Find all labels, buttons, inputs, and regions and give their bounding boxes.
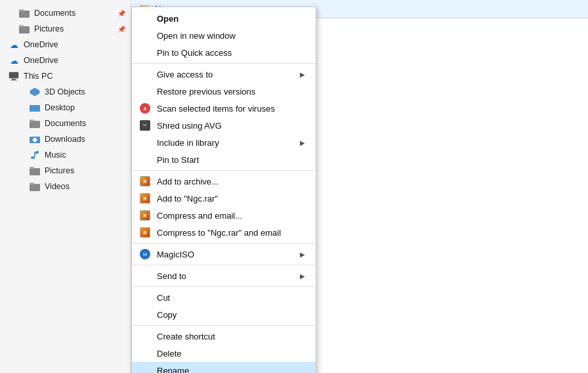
sidebar-item-pictures-pinned[interactable]: Pictures 📌 <box>0 21 131 37</box>
cm-cut-label: Cut <box>157 293 305 303</box>
cm-give-access[interactable]: Give access to ▶ <box>132 66 316 83</box>
cm-scan-avg[interactable]: A Scan selected items for viruses <box>132 100 316 117</box>
sidebar-item-downloads[interactable]: Downloads <box>0 131 131 147</box>
shred-icon: ✂ <box>138 120 152 131</box>
open-icon <box>138 12 152 24</box>
send-to-icon <box>138 270 152 282</box>
svg-rect-6 <box>10 80 17 81</box>
cm-pin-quick[interactable]: Pin to Quick access <box>132 44 316 61</box>
cm-ngcrar-label: Add to "Ngc.rar" <box>157 194 305 204</box>
cm-include-library[interactable]: Include in library ▶ <box>132 134 316 151</box>
svg-rect-5 <box>12 79 16 80</box>
sidebar-item-desktop[interactable]: Desktop <box>0 100 131 116</box>
give-access-icon <box>138 68 152 80</box>
cm-pin-start[interactable]: Pin to Start <box>132 151 316 168</box>
shortcut-icon <box>138 330 152 342</box>
sidebar-item-pictures[interactable]: Pictures <box>0 163 131 179</box>
cm-open-label: Open <box>157 14 305 24</box>
cm-restore-label: Restore previous versions <box>157 87 305 97</box>
downloads-icon <box>29 133 41 145</box>
cm-copy-label: Copy <box>157 310 305 320</box>
cm-magiciso[interactable]: M MagicISO ▶ <box>132 246 316 263</box>
cm-pin-quick-label: Pin to Quick access <box>157 48 305 58</box>
cloud-icon-2: ☁ <box>8 55 20 66</box>
magiciso-icon: M <box>138 248 152 260</box>
svg-rect-9 <box>30 121 40 128</box>
cm-open[interactable]: Open <box>132 10 316 27</box>
cm-rename[interactable]: Rename <box>132 362 316 373</box>
sidebar-item-videos[interactable]: Videos <box>0 179 131 194</box>
documents-icon <box>29 118 41 129</box>
pin-icon-2: 📌 <box>117 26 125 33</box>
svg-rect-0 <box>19 11 30 18</box>
cm-copy[interactable]: Copy <box>132 306 316 323</box>
sidebar-item-this-pc[interactable]: This PC <box>0 68 131 84</box>
svg-rect-8 <box>30 105 40 112</box>
cm-scan-label: Scan selected items for viruses <box>157 104 305 114</box>
rar-icon-2: R <box>138 192 152 204</box>
cm-cut[interactable]: Cut <box>132 289 316 306</box>
cm-delete[interactable]: Delete <box>132 345 316 362</box>
rar-icon-3: R <box>138 209 152 221</box>
3d-icon <box>29 86 41 98</box>
send-to-arrow: ▶ <box>300 273 305 280</box>
videos-icon <box>29 181 41 192</box>
context-menu: Open Open in new window Pin to Quick acc… <box>131 7 316 373</box>
sidebar-3d-label: 3D Objects <box>45 87 85 97</box>
svg-rect-2 <box>19 26 30 33</box>
separator-1 <box>132 63 316 64</box>
sidebar-item-onedrive-2[interactable]: ☁ OneDrive <box>0 53 131 68</box>
main-area: 📁 Ngc Open Open in new window Pin to Qui… <box>131 0 588 373</box>
sidebar-item-documents-pinned[interactable]: Documents 📌 <box>0 5 131 21</box>
delete-icon <box>138 347 152 359</box>
sidebar-item-documents[interactable]: Documents <box>0 116 131 131</box>
cm-rename-label: Rename <box>157 366 305 374</box>
sidebar-downloads-label: Downloads <box>45 135 85 144</box>
cloud-icon-1: ☁ <box>8 39 20 51</box>
cm-shred-avg[interactable]: ✂ Shred using AVG <box>132 117 316 134</box>
svg-rect-17 <box>30 184 40 191</box>
separator-4 <box>132 265 316 265</box>
cm-compress-email[interactable]: R Compress and email... <box>132 207 316 224</box>
rar-icon-1: R <box>138 175 152 187</box>
sidebar-pictures2-label: Pictures <box>45 166 74 175</box>
pictures-icon <box>18 23 30 35</box>
cm-restore-prev[interactable]: Restore previous versions <box>132 83 316 100</box>
sidebar-item-3dobjects[interactable]: 3D Objects <box>0 84 131 100</box>
cm-shred-label: Shred using AVG <box>157 121 305 131</box>
svg-rect-16 <box>30 167 34 169</box>
svg-rect-3 <box>19 25 24 27</box>
cm-compress-email-label: Compress and email... <box>157 211 305 221</box>
svg-rect-18 <box>30 183 34 185</box>
magiciso-arrow: ▶ <box>300 251 305 258</box>
folder-icon <box>18 7 30 19</box>
svg-rect-10 <box>30 120 34 121</box>
svg-marker-7 <box>30 88 39 96</box>
cm-compress-ngcrar-email-label: Compress to "Ngc.rar" and email <box>157 228 305 238</box>
cm-send-to-label: Send to <box>157 271 300 281</box>
cm-library-label: Include in library <box>157 138 300 148</box>
sidebar-item-music[interactable]: Music <box>0 147 131 163</box>
sidebar: Documents 📌 Pictures 📌 ☁ OneDrive ☁ OneD… <box>0 0 131 373</box>
cm-shortcut-label: Create shortcut <box>157 332 305 341</box>
cm-pin-start-label: Pin to Start <box>157 155 305 165</box>
cm-add-archive-label: Add to archive... <box>157 177 305 186</box>
sidebar-item-onedrive-1[interactable]: ☁ OneDrive <box>0 37 131 53</box>
cm-create-shortcut[interactable]: Create shortcut <box>132 328 316 345</box>
separator-2 <box>132 170 316 171</box>
svg-rect-15 <box>30 168 40 175</box>
cm-open-new-window[interactable]: Open in new window <box>132 27 316 44</box>
pin-icon: 📌 <box>117 10 125 17</box>
library-arrow: ▶ <box>300 139 305 146</box>
cm-add-archive[interactable]: R Add to archive... <box>132 173 316 190</box>
svg-rect-4 <box>9 72 18 78</box>
cm-send-to[interactable]: Send to ▶ <box>132 267 316 284</box>
cm-give-access-label: Give access to <box>157 70 300 79</box>
cm-compress-ngcrar-email[interactable]: R Compress to "Ngc.rar" and email <box>132 224 316 241</box>
avg-scan-icon: A <box>138 102 152 114</box>
sidebar-thispc-label: This PC <box>24 72 52 81</box>
cm-magiciso-label: MagicISO <box>157 250 300 259</box>
separator-6 <box>132 325 316 326</box>
cm-add-ngcrar[interactable]: R Add to "Ngc.rar" <box>132 190 316 207</box>
svg-rect-14 <box>34 152 35 158</box>
